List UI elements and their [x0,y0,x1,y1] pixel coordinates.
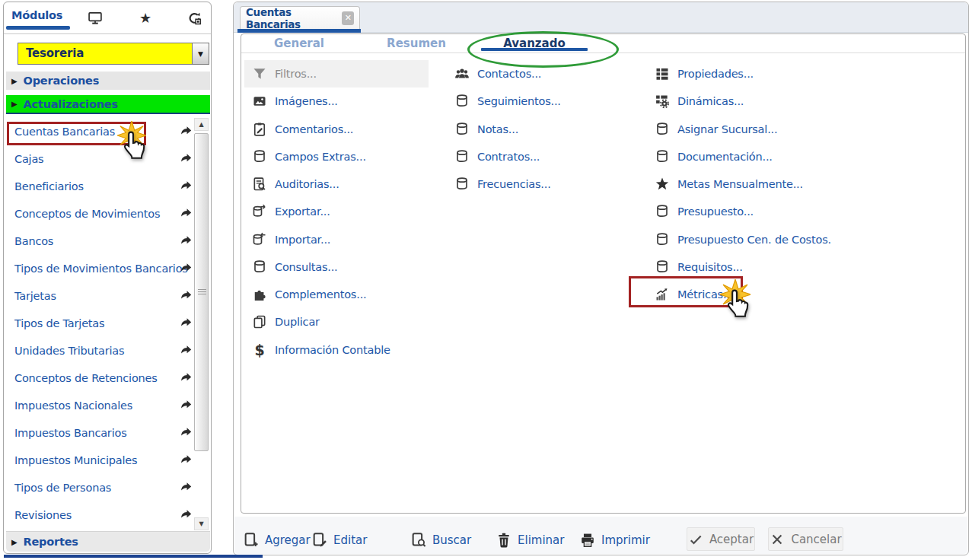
page-search-icon [410,532,427,549]
x-icon [770,532,785,547]
sidebar-item-cuentas-bancarias[interactable]: Cuentas Bancarias [5,118,197,145]
menu-item-importar[interactable]: Importar... [244,226,429,253]
menu-item-filtros[interactable]: Filtros... [244,60,429,88]
module-selector-dropdown-button[interactable]: ▼ [192,43,209,64]
sidebar-item-cajas[interactable]: Cajas [5,145,197,173]
forward-arrow-icon[interactable] [179,234,193,247]
menu-item-frecuencias[interactable]: Frecuencias... [447,170,570,198]
sidebar-item-conceptos-de-retenciones[interactable]: Conceptos de Retenciones [5,364,197,392]
subtab-strip: General Resumen Avanzado [241,34,965,53]
forward-arrow-icon[interactable] [179,317,193,329]
menu-item-propiedades[interactable]: Propiedades... [647,60,840,88]
aceptar-button[interactable]: Aceptar [687,527,755,551]
sidebar-item-conceptos-de-movimientos[interactable]: Conceptos de Movimientos [5,200,197,228]
forward-arrow-icon[interactable] [179,508,193,521]
forward-arrow-icon[interactable] [179,481,193,494]
puzzle-icon [252,287,267,302]
forward-arrow-icon[interactable] [179,453,193,466]
section-label: Operaciones [24,75,100,87]
main-panel: Cuentas Bancarias ✕ General Resumen Avan… [233,2,969,555]
menu-item-duplicar[interactable]: Duplicar [244,308,429,336]
menu-item-contratos[interactable]: Contratos... [447,143,570,170]
sidebar-item-tipos-de-tarjetas[interactable]: Tipos de Tarjetas [5,310,197,337]
sidebar-scrollbar: ▲ ▼ [194,118,209,530]
scrollbar-grip [198,289,206,296]
menu-item-presupuesto[interactable]: Presupuesto... [647,198,840,225]
menu-item-informacion-contable[interactable]: $Información Contable [244,336,429,364]
section-actualizaciones[interactable]: ▶ Actualizaciones [6,95,210,114]
sidebar-item-revisiones[interactable]: Revisiones [5,501,197,529]
menu-item-dinamicas[interactable]: Dinámicas... [647,88,840,115]
menu-item-asignar-sucursal[interactable]: Asignar Sucursal... [647,116,840,143]
eliminar-button[interactable]: Eliminar [496,527,564,554]
forward-arrow-icon[interactable] [179,289,193,302]
monitor-icon[interactable] [88,11,103,26]
editar-button[interactable]: Editar [311,527,367,554]
forward-arrow-icon[interactable] [179,207,193,220]
menu-item-requisitos[interactable]: Requisitos... [647,253,840,281]
sidebar-item-tipos-de-movimientos-bancarios[interactable]: Tipos de Movimientos Bancarios [5,255,197,282]
menu-item-metricas[interactable]: Métricas... [647,281,840,308]
forward-arrow-icon[interactable] [179,399,193,412]
menu-item-complementos[interactable]: Complementos... [244,281,429,308]
forward-arrow-icon[interactable] [179,344,193,357]
section-operaciones[interactable]: ▶ Operaciones [6,72,210,90]
menu-item-presupuesto-cen-costos[interactable]: Presupuesto Cen. de Costos. [647,226,840,253]
check-icon [688,532,703,547]
sidebar-item-tarjetas[interactable]: Tarjetas [5,282,197,310]
close-icon[interactable]: ✕ [342,11,354,25]
sidebar-item-impuestos-nacionales[interactable]: Impuestos Nacionales [5,392,197,419]
forward-arrow-icon[interactable] [179,262,193,275]
database-icon [454,177,470,192]
menu-item-comentarios[interactable]: Comentarios... [244,116,429,143]
forward-arrow-icon[interactable] [179,152,193,165]
dollar-icon: $ [252,342,267,358]
section-reportes[interactable]: ▶ Reportes [6,531,210,552]
scroll-down-button[interactable]: ▼ [194,517,209,530]
favorites-star-icon[interactable]: ★ [139,11,151,26]
menu-item-seguimientos[interactable]: Seguimientos... [447,88,570,115]
menu-item-campos-extras[interactable]: Campos Extras... [244,143,429,170]
menu-item-consultas[interactable]: Consultas... [244,253,429,281]
forward-arrow-icon[interactable] [179,371,193,384]
settings-sync-icon[interactable] [186,11,202,26]
cancelar-button[interactable]: Cancelar [768,527,843,551]
chevron-down-icon: ▼ [198,50,203,58]
imprimir-button[interactable]: Imprimir [579,527,650,554]
scroll-up-button[interactable]: ▲ [194,118,209,131]
forward-arrow-icon[interactable] [179,426,193,439]
module-selector[interactable]: Tesoreria ▼ [18,43,209,65]
menu-item-imagenes[interactable]: Imágenes... [244,88,429,115]
subtab-avanzado-underline [481,48,588,51]
menu-item-notas[interactable]: Notas... [447,116,570,143]
sidebar-item-label: Revisiones [14,509,72,521]
tab-underline [237,29,361,33]
sidebar-item-impuestos-municipales[interactable]: Impuestos Municipales [5,447,197,474]
tab-cuentas-bancarias[interactable]: Cuentas Bancarias ✕ [240,6,360,29]
sidebar-item-unidades-tributarias[interactable]: Unidades Tributarias [5,337,197,364]
sidebar-item-impuestos-bancarios[interactable]: Impuestos Bancarios [5,419,197,447]
menu-column-2: Contactos... Seguimientos... Notas... Co… [447,60,570,198]
agregar-button[interactable]: Agregar [243,527,311,554]
sidebar-item-tipos-de-personas[interactable]: Tipos de Personas [5,474,197,501]
forward-arrow-icon[interactable] [179,180,193,192]
scrollbar-thumb[interactable] [194,133,209,451]
sidebar-item-beneficiarios[interactable]: Beneficiarios [5,173,197,200]
tab-modulos[interactable]: Módulos [11,9,62,21]
menu-item-label: Contactos... [477,68,541,80]
sidebar-item-label: Tipos de Personas [14,482,111,494]
subtab-resumen[interactable]: Resumen [387,37,446,50]
document-tabstrip: Cuentas Bancarias ✕ [234,2,968,33]
buscar-button[interactable]: Buscar [410,527,471,554]
menu-item-label: Auditorias... [275,178,339,190]
forward-arrow-icon[interactable] [179,125,193,138]
sidebar-tabbar: Módulos ★ [4,2,211,34]
menu-item-documentacion[interactable]: Documentación... [647,143,840,170]
menu-item-auditorias[interactable]: Auditorias... [244,170,429,198]
menu-item-contactos[interactable]: Contactos... [447,60,570,88]
menu-item-metas-mensualmente[interactable]: Metas Mensualmente... [647,170,840,198]
sidebar-item-bancos[interactable]: Bancos [5,228,197,255]
menu-item-exportar[interactable]: Exportar... [244,198,429,225]
subtab-general[interactable]: General [274,37,324,50]
toolbar-button-label: Imprimir [601,533,650,547]
